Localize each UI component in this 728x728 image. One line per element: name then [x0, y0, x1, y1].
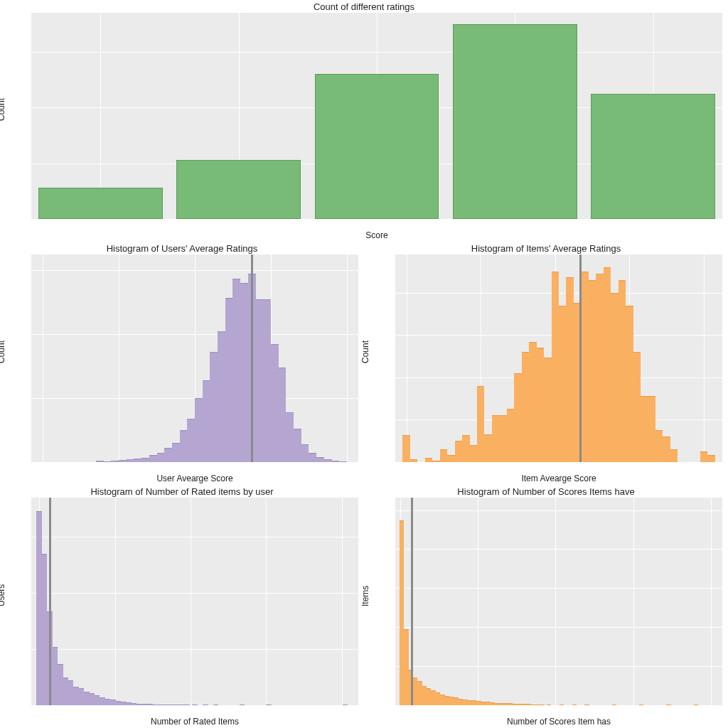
histogram-bar — [477, 386, 484, 462]
plot-area: 0e+001e+052e+053e+0512345 — [31, 13, 722, 219]
bar — [591, 94, 715, 219]
histogram-bar — [455, 441, 462, 462]
x-axis-label: User Avearge Score — [31, 473, 358, 483]
chart-title: Histogram of Users' Average Ratings — [0, 243, 364, 254]
histogram-bar — [584, 705, 589, 705]
histogram-bar — [240, 705, 245, 705]
histogram-bar — [596, 274, 603, 462]
histogram-bar — [339, 461, 347, 462]
histogram-bar — [142, 704, 147, 705]
histogram-bar — [53, 647, 58, 705]
histogram-bar — [68, 680, 73, 705]
chart-title: Histogram of Number of Rated items by us… — [0, 486, 364, 497]
histogram-bar — [127, 702, 132, 705]
mean-vline — [579, 255, 582, 462]
histogram-bar — [537, 348, 544, 462]
x-axis-label: Score — [31, 230, 722, 240]
histogram-bar — [707, 455, 714, 462]
histogram-bar — [514, 373, 521, 462]
histogram-bar — [410, 459, 417, 462]
histogram-bar — [180, 430, 188, 462]
plot-area: 0501001502001.002.003.003.334.005.00 — [395, 255, 722, 462]
histogram-bar — [612, 705, 616, 705]
histogram-bar — [626, 306, 633, 462]
histogram-bar — [110, 700, 115, 705]
histogram-bar — [279, 368, 287, 462]
histogram-bar — [470, 445, 477, 462]
chart-user-rated-count: Histogram of Number of Rated items by us… — [0, 485, 364, 728]
mean-vline — [251, 255, 253, 462]
y-axis-label: Count — [0, 98, 6, 121]
histogram-bar — [432, 461, 439, 462]
histogram-bar — [271, 344, 279, 462]
histogram-bar — [179, 705, 184, 705]
histogram-bar — [96, 461, 104, 462]
y-axis-label: Users — [0, 584, 6, 606]
mean-vline — [411, 498, 413, 705]
histogram-bar — [158, 705, 163, 705]
histogram-bar — [105, 699, 110, 705]
histogram-bar — [286, 412, 294, 462]
chart-item-avg: Histogram of Items' Average Ratings Item… — [364, 242, 728, 485]
histogram-bar — [119, 460, 127, 462]
histogram-bar — [266, 705, 271, 705]
histogram-bar — [639, 705, 643, 705]
bar — [176, 160, 301, 219]
histogram-bar — [187, 419, 195, 462]
chart-title: Histogram of Items' Average Ratings — [364, 243, 728, 254]
histogram-bar — [484, 434, 491, 462]
histogram-bar — [447, 455, 454, 462]
plot-area: 0500100015002096594116717402314 — [31, 498, 358, 705]
histogram-bar — [581, 272, 588, 462]
histogram-bar — [132, 703, 136, 705]
histogram-bar — [648, 396, 655, 462]
histogram-bar — [79, 688, 84, 705]
histogram-bar — [566, 277, 573, 462]
histogram-bar — [540, 705, 545, 705]
histogram-bar — [402, 435, 410, 462]
plot-area: 02004006001.002.003.003.744.005.00 — [31, 255, 358, 462]
y-axis-label: Count — [360, 341, 370, 363]
histogram-bar — [136, 704, 141, 705]
histogram-bar — [127, 459, 134, 462]
histogram-bar — [619, 280, 626, 462]
histogram-bar — [440, 449, 447, 462]
histogram-bar — [213, 705, 218, 705]
histogram-bar — [294, 429, 301, 462]
histogram-bar — [203, 380, 210, 462]
histogram-bar — [157, 453, 165, 462]
histogram-bar — [499, 415, 506, 462]
histogram-bar — [572, 705, 577, 705]
histogram-bar — [147, 704, 152, 705]
histogram-bar — [309, 453, 316, 462]
x-axis-label: Item Avearge Score — [395, 473, 722, 483]
histogram-bar — [316, 457, 324, 462]
histogram-bar — [611, 293, 618, 462]
chart-title: Histogram of Number of Scores Items have — [364, 486, 728, 497]
histogram-bar — [192, 705, 197, 705]
histogram-bar — [507, 409, 514, 462]
histogram-bar — [544, 358, 551, 462]
histogram-bar — [552, 272, 559, 462]
bar — [453, 24, 577, 219]
histogram-bar — [153, 705, 158, 705]
histogram-bar — [210, 352, 218, 462]
histogram-bar — [700, 451, 707, 462]
histogram-bar — [263, 299, 271, 462]
y-axis-label: Items — [360, 586, 370, 606]
histogram-bar — [560, 705, 564, 705]
histogram-bar — [121, 702, 126, 705]
histogram-bar — [58, 664, 63, 705]
histogram-bar — [42, 554, 47, 705]
chart-user-avg: Histogram of Users' Average Ratings User… — [0, 242, 364, 485]
histogram-bar — [149, 455, 157, 462]
histogram-bar — [134, 459, 141, 462]
histogram-bar — [425, 458, 432, 462]
histogram-bar — [663, 437, 670, 462]
histogram-bar — [116, 701, 121, 705]
histogram-bar — [195, 398, 203, 462]
bar — [315, 74, 439, 219]
histogram-bar — [666, 705, 670, 705]
histogram-bar — [203, 705, 208, 705]
histogram-bar — [225, 298, 233, 462]
